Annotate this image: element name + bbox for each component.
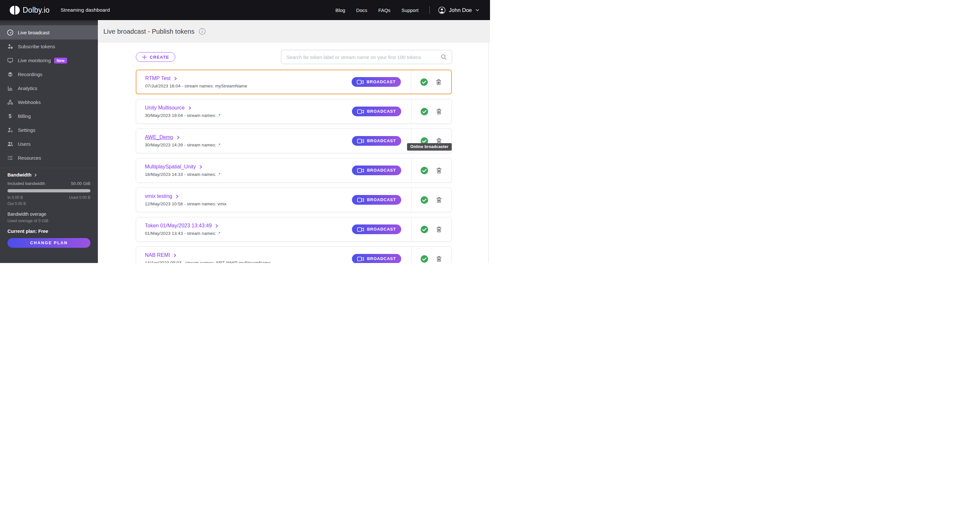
delete-token-button[interactable] [435,255,443,263]
broadcast-button[interactable]: BROADCAST [352,77,401,87]
info-icon[interactable] [199,28,206,35]
new-badge: New [54,58,67,64]
sidebar-item-resources[interactable]: Resources [0,151,98,165]
list-icon [6,154,14,162]
token-name-link[interactable]: RTMP Test [145,75,178,81]
create-token-button[interactable]: CREATE [136,52,175,62]
nav-docs[interactable]: Docs [356,8,367,13]
sidebar-item-subscribe-tokens[interactable]: Subscribe tokens [0,40,98,54]
user-menu[interactable]: John Doe [438,6,480,14]
sidebar: Live broadcast Subscribe tokens Live mon… [0,20,98,263]
token-row: NAB REMI 14/Apr/2023 09:03 - stream name… [136,246,452,263]
nav-faqs[interactable]: FAQs [378,8,390,13]
sidebar-item-recordings[interactable]: Recordings [0,67,98,81]
broadcast-button[interactable]: BROADCAST [352,136,401,146]
chevron-down-icon [475,8,480,12]
token-row-actions [411,188,452,212]
delete-token-button[interactable] [435,167,443,174]
token-row-actions [411,158,452,182]
search-icon[interactable] [440,54,447,60]
main-content: Live broadcast - Publish tokens CREATE R… [98,20,490,263]
dolby-double-d-icon [15,6,20,14]
bandwidth-panel: Bandwidth Included bandwidth 50.00 GiB I… [0,168,98,263]
token-details: 30/May/2023 14:39 - stream names: .* [145,143,352,147]
delete-token-button[interactable] [435,196,443,204]
delete-token-button[interactable] [435,108,443,115]
sidebar-item-label: Resources [18,155,41,161]
sidebar-item-label: Recordings [18,72,43,77]
video-camera-icon [357,168,364,173]
token-row: vmix testing 12/May/2023 10:58 - stream … [136,188,452,212]
chevron-right-icon [199,165,203,169]
token-name-link[interactable]: NAB REMI [145,252,177,258]
sidebar-item-label: Subscribe tokens [18,44,55,49]
scrollbar-track[interactable] [488,43,490,263]
broadcast-button[interactable]: BROADCAST [352,106,401,116]
token-name-link[interactable]: Unity Multisource [145,105,192,111]
sidebar-item-label: Settings [18,127,35,133]
sidebar-item-label: Analytics [18,86,37,91]
bandwidth-overage-title: Bandwidth overage [8,211,91,217]
bandwidth-title[interactable]: Bandwidth [8,172,91,178]
trash-icon [435,196,443,204]
online-status-check-icon [420,78,428,86]
broadcast-button[interactable]: BROADCAST [352,254,401,263]
token-name-link[interactable]: AWE_Demo [145,134,180,140]
token-search [281,50,452,64]
delete-token-button[interactable] [435,226,443,233]
chevron-right-icon [34,173,37,177]
online-broadcaster-tooltip: Online broadcaster [407,143,452,151]
token-info: Token 01/May/2023 13:43:49 01/May/2023 1… [136,223,352,236]
token-info: RTMP Test 07/Jul/2023 16:04 - stream nam… [137,75,352,88]
nav-blog[interactable]: Blog [336,8,345,13]
delete-token-button[interactable] [435,78,442,86]
sidebar-item-label: Live broadcast [18,30,49,35]
sidebar-item-users[interactable]: Users [0,137,98,151]
user-gear-icon [6,127,14,134]
token-details: 12/May/2023 10:58 - stream names: vmix [145,202,352,206]
online-status-check-icon [420,167,428,175]
broadcast-button[interactable]: BROADCAST [352,165,401,175]
sidebar-item-webhooks[interactable]: Webhooks [0,95,98,109]
sidebar-item-live-broadcast[interactable]: Live broadcast [0,25,98,40]
token-details: 18/May/2023 14:33 - stream names: .* [145,172,352,177]
trash-icon [435,226,443,233]
token-row: Unity Multisource 30/May/2023 19:04 - st… [136,99,452,124]
header-divider [430,6,430,14]
online-status-check-icon [420,226,428,234]
token-details: 14/Apr/2023 09:03 - stream names: SRT WH… [145,261,352,263]
online-status-check-icon [420,196,428,204]
token-info: vmix testing 12/May/2023 10:58 - stream … [136,193,352,206]
dollar-icon: $ [6,113,14,120]
bandwidth-in: In 0.00 B [8,195,23,200]
search-input[interactable] [281,54,440,60]
token-info: Unity Multisource 30/May/2023 19:04 - st… [136,105,352,118]
bandwidth-out: Out 0.00 B [8,202,91,206]
subscribe-tokens-icon [6,43,14,50]
broadcast-button[interactable]: BROADCAST [352,195,401,205]
dolby-logo[interactable]: Dolby.io [10,6,49,14]
token-name-link[interactable]: vmix testing [145,193,179,199]
broadcast-icon [6,29,14,36]
token-name-link[interactable]: MultiplaySpatial_Unity [145,164,203,170]
sidebar-item-analytics[interactable]: Analytics [0,81,98,95]
sidebar-item-live-monitoring[interactable]: Live monitoring New [0,54,98,67]
sidebar-item-label: Billing [18,113,31,119]
token-name-link[interactable]: Token 01/May/2023 13:43:49 [145,223,219,229]
avatar-icon [438,6,445,14]
chevron-right-icon [175,194,179,199]
token-info: MultiplaySpatial_Unity 18/May/2023 14:33… [136,164,352,177]
broadcast-button[interactable]: BROADCAST [352,224,401,234]
sidebar-item-settings[interactable]: Settings [0,123,98,137]
video-camera-icon [357,227,364,232]
video-camera-icon [357,109,364,114]
nav-support[interactable]: Support [401,8,419,13]
sidebar-item-label: Webhooks [18,99,41,105]
token-details: 01/May/2023 13:43 - stream names: .* [145,231,352,236]
app-title: Streaming dashboard [60,7,110,13]
change-plan-button[interactable]: CHANGE PLAN [8,238,91,248]
sidebar-item-billing[interactable]: $ Billing [0,109,98,123]
bar-chart-icon [6,85,14,92]
chevron-right-icon [176,135,180,140]
trash-icon [435,78,442,86]
